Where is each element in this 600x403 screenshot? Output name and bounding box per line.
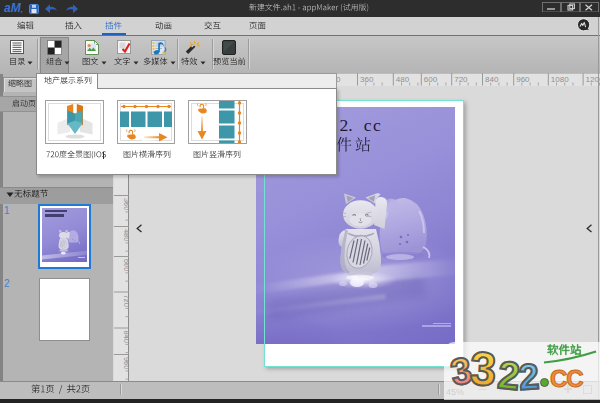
svg-text:840: 840 — [485, 75, 499, 84]
svg-text:480: 480 — [396, 75, 410, 84]
svg-text:960: 960 — [516, 75, 530, 84]
svg-text:360: 360 — [360, 75, 374, 84]
svg-text:600: 600 — [424, 75, 438, 84]
svg-text:1080: 1080 — [551, 75, 569, 84]
svg-text:720: 720 — [454, 75, 468, 84]
